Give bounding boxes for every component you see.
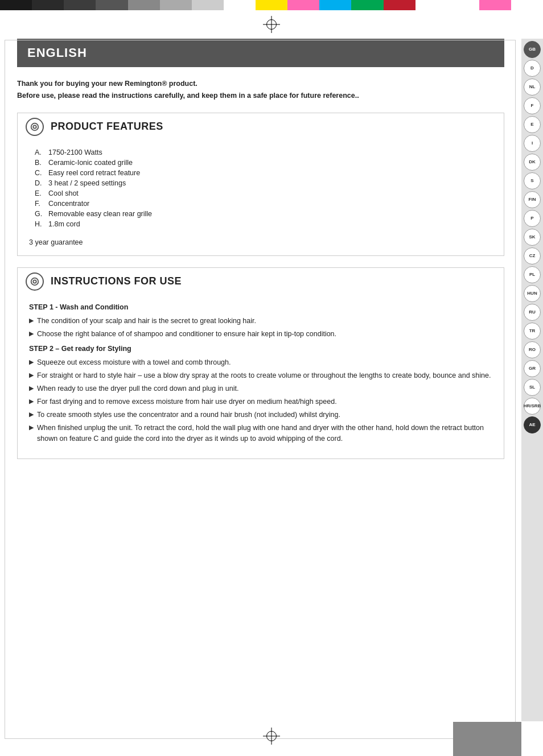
svg-point-2 <box>31 278 39 285</box>
language-sidebar: GBDNLFEIDKSFINPSKCZPLHUNRUTRROGRSLHR/SRB… <box>521 39 543 721</box>
instructions-content: STEP 1 - Wash and Condition▶The conditio… <box>18 295 504 458</box>
feature-item: A.1750-2100 Watts <box>35 148 492 156</box>
lang-badge-sl[interactable]: SL <box>524 379 541 396</box>
bullet-text: When finished unplug the unit. To retrac… <box>37 423 492 443</box>
language-header: ENGLISH <box>17 39 504 67</box>
color-segment <box>0 0 32 10</box>
color-segment <box>192 0 224 10</box>
lang-badge-i[interactable]: I <box>524 135 541 152</box>
bullet-item: ▶For fast drying and to remove excess mo… <box>29 396 492 407</box>
features-heading: PRODUCT FEATURES <box>51 121 163 133</box>
lang-badge-gr[interactable]: GR <box>524 360 541 377</box>
top-reg-mark <box>263 16 280 33</box>
feature-text: Cool shot <box>48 189 79 197</box>
lang-badge-s[interactable]: S <box>524 172 541 189</box>
lang-badge-dk[interactable]: DK <box>524 154 541 171</box>
color-segment <box>128 0 160 10</box>
feature-text: Easy reel cord retract feature <box>48 169 140 177</box>
bullet-text: Choose the right balance of of shampoo a… <box>37 329 336 339</box>
features-list: A.1750-2100 WattsB.Ceramic-Ionic coated … <box>18 141 504 238</box>
color-segment <box>224 0 256 10</box>
lang-badge-cz[interactable]: CZ <box>524 247 541 265</box>
content-area: ENGLISH Thank you for buying your new Re… <box>0 39 521 721</box>
feature-text: Ceramic-Ionic coated grille <box>48 159 133 167</box>
bullet-arrow-icon: ▶ <box>29 397 34 406</box>
feature-letter: D. <box>35 179 45 187</box>
bullet-list: ▶Squeeze out excess moisture with a towe… <box>29 357 492 444</box>
color-segment <box>511 0 543 10</box>
lang-badge-d[interactable]: D <box>524 60 541 77</box>
feature-item: C.Easy reel cord retract feature <box>35 169 492 177</box>
page-border-bottom <box>5 738 516 739</box>
lang-badge-hun[interactable]: HUN <box>524 285 541 302</box>
bullet-item: ▶Squeeze out excess moisture with a towe… <box>29 357 492 367</box>
bullet-text: For straight or hard to style hair – use… <box>37 370 491 381</box>
intro-line2: Before use, please read the instructions… <box>17 90 504 101</box>
bullet-text: When ready to use the dryer pull the cor… <box>37 383 238 394</box>
lang-badge-nl[interactable]: NL <box>524 79 541 96</box>
instructions-title-bar: INSTRUCTIONS FOR USE <box>18 268 504 295</box>
color-segment <box>447 0 479 10</box>
bullet-item: ▶When finished unplug the unit. To retra… <box>29 423 492 443</box>
svg-point-3 <box>33 280 36 283</box>
bullet-arrow-icon: ▶ <box>29 371 34 380</box>
feature-item: G.Removable easy clean rear grille <box>35 210 492 218</box>
color-segment <box>64 0 96 10</box>
lang-badge-e[interactable]: E <box>524 116 541 133</box>
lang-badge-hr-srb[interactable]: HR/SRB <box>524 398 541 415</box>
svg-point-0 <box>31 123 39 130</box>
page-border-right <box>515 40 516 739</box>
color-segment <box>319 0 351 10</box>
lang-badge-pl[interactable]: PL <box>524 266 541 283</box>
product-features-title-bar: PRODUCT FEATURES <box>18 113 504 141</box>
bullet-item: ▶To create smooth styles use the concent… <box>29 410 492 420</box>
bullet-item: ▶For straight or hard to style hair – us… <box>29 370 492 381</box>
top-reg-area <box>0 10 543 39</box>
color-segment <box>256 0 287 10</box>
lang-badge-gb[interactable]: GB <box>524 41 541 58</box>
lang-badge-fin[interactable]: FIN <box>524 191 541 208</box>
lang-badge-sk[interactable]: SK <box>524 229 541 246</box>
bullet-arrow-icon: ▶ <box>29 316 34 325</box>
svg-point-1 <box>33 125 36 128</box>
feature-letter: A. <box>35 148 45 156</box>
page-border-top <box>5 40 516 40</box>
step-heading: STEP 1 - Wash and Condition <box>29 303 492 311</box>
bottom-gray-box <box>453 722 521 756</box>
bullet-item: ▶Choose the right balance of of shampoo … <box>29 329 492 339</box>
feature-text: 3 heat / 2 speed settings <box>48 179 126 187</box>
color-segment <box>32 0 64 10</box>
bullet-text: Squeeze out excess moisture with a towel… <box>37 357 231 367</box>
lang-badge-p[interactable]: P <box>524 210 541 227</box>
lang-badge-tr[interactable]: TR <box>524 323 541 340</box>
feature-item: E.Cool shot <box>35 189 492 197</box>
intro-line1: Thank you for buying your new Remington®… <box>17 79 504 89</box>
feature-text: Concentrator <box>48 200 89 208</box>
color-segment <box>287 0 319 10</box>
instructions-heading: INSTRUCTIONS FOR USE <box>51 275 182 287</box>
lang-badge-f[interactable]: F <box>524 97 541 114</box>
bullet-arrow-icon: ▶ <box>29 384 34 393</box>
product-features-box: PRODUCT FEATURES A.1750-2100 WattsB.Cera… <box>17 113 504 256</box>
bullet-arrow-icon: ▶ <box>29 410 34 419</box>
feature-item: F.Concentrator <box>35 200 492 208</box>
bullet-list: ▶The condition of your scalp and hair is… <box>29 316 492 339</box>
step-heading: STEP 2 – Get ready for Styling <box>29 345 492 353</box>
feature-letter: F. <box>35 200 45 208</box>
bottom-reg-mark <box>263 728 280 745</box>
feature-letter: C. <box>35 169 45 177</box>
bullet-arrow-icon: ▶ <box>29 423 34 432</box>
features-icon <box>26 118 44 136</box>
lang-badge-ro[interactable]: RO <box>524 341 541 358</box>
instructions-box: INSTRUCTIONS FOR USE STEP 1 - Wash and C… <box>17 267 504 459</box>
lang-badge-ru[interactable]: RU <box>524 304 541 321</box>
bullet-item: ▶The condition of your scalp and hair is… <box>29 316 492 326</box>
feature-letter: H. <box>35 220 45 228</box>
feature-letter: E. <box>35 189 45 197</box>
lang-badge-ae[interactable]: AE <box>524 416 541 433</box>
language-title: ENGLISH <box>27 46 494 60</box>
color-bar <box>0 0 543 10</box>
bullet-item: ▶When ready to use the dryer pull the co… <box>29 383 492 394</box>
bullet-arrow-icon: ▶ <box>29 358 34 367</box>
bullet-text: The condition of your scalp and hair is … <box>37 316 256 326</box>
